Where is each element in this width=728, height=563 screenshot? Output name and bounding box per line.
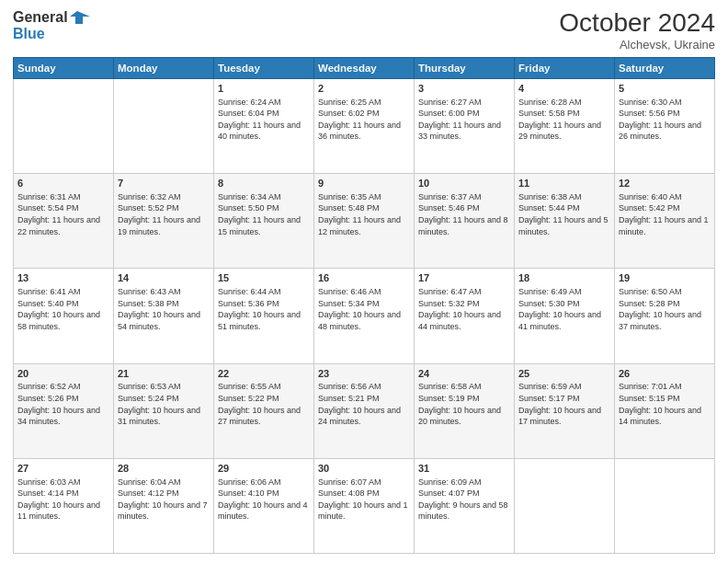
cell-content: Sunrise: 6:04 AM Sunset: 4:12 PM Dayligh…: [118, 477, 210, 523]
day-number: 17: [418, 271, 510, 285]
day-number: 20: [17, 367, 109, 381]
day-number: 8: [218, 177, 310, 190]
cell-content: Sunrise: 6:27 AM Sunset: 6:00 PM Dayligh…: [418, 97, 510, 143]
day-number: 7: [118, 177, 210, 190]
subtitle: Alchevsk, Ukraine: [559, 38, 715, 52]
day-number: 31: [418, 462, 510, 476]
cal-cell: 4Sunrise: 6:28 AM Sunset: 5:58 PM Daylig…: [515, 78, 615, 173]
cal-cell: 16Sunrise: 6:46 AM Sunset: 5:34 PM Dayli…: [314, 269, 415, 363]
header: General Blue October 2024 Alchevsk, Ukra…: [13, 9, 715, 52]
day-header-monday: Monday: [114, 57, 214, 78]
cal-cell: 6Sunrise: 6:31 AM Sunset: 5:54 PM Daylig…: [14, 174, 114, 269]
week-row-3: 13Sunrise: 6:41 AM Sunset: 5:40 PM Dayli…: [14, 269, 715, 363]
cell-content: Sunrise: 6:49 AM Sunset: 5:30 PM Dayligh…: [518, 286, 610, 332]
day-number: 11: [518, 177, 610, 190]
cell-content: Sunrise: 6:07 AM Sunset: 4:08 PM Dayligh…: [318, 477, 410, 523]
day-number: 18: [518, 271, 610, 285]
cell-content: Sunrise: 6:37 AM Sunset: 5:46 PM Dayligh…: [418, 191, 510, 237]
day-number: 25: [518, 367, 610, 381]
cal-cell: 2Sunrise: 6:25 AM Sunset: 6:02 PM Daylig…: [314, 78, 415, 173]
cal-cell: 27Sunrise: 6:03 AM Sunset: 4:14 PM Dayli…: [14, 458, 114, 553]
cell-content: Sunrise: 6:50 AM Sunset: 5:28 PM Dayligh…: [619, 286, 711, 332]
logo-bird-icon: [70, 9, 90, 26]
calendar-table: SundayMondayTuesdayWednesdayThursdayFrid…: [13, 57, 715, 554]
cell-content: Sunrise: 6:32 AM Sunset: 5:52 PM Dayligh…: [118, 191, 210, 237]
cal-cell: 9Sunrise: 6:35 AM Sunset: 5:48 PM Daylig…: [314, 174, 415, 269]
cal-cell: 24Sunrise: 6:58 AM Sunset: 5:19 PM Dayli…: [415, 363, 515, 458]
header-row: SundayMondayTuesdayWednesdayThursdayFrid…: [14, 57, 715, 78]
day-number: 4: [518, 82, 610, 96]
cal-cell: 14Sunrise: 6:43 AM Sunset: 5:38 PM Dayli…: [114, 269, 214, 363]
week-row-5: 27Sunrise: 6:03 AM Sunset: 4:14 PM Dayli…: [14, 458, 715, 553]
day-number: 2: [318, 82, 410, 96]
day-number: 23: [318, 367, 410, 381]
cal-cell: 7Sunrise: 6:32 AM Sunset: 5:52 PM Daylig…: [114, 174, 214, 269]
svg-marker-0: [70, 11, 90, 24]
cal-cell: [14, 78, 114, 173]
cal-cell: [615, 458, 715, 553]
day-number: 28: [118, 462, 210, 476]
day-number: 13: [17, 271, 109, 285]
cal-cell: 22Sunrise: 6:55 AM Sunset: 5:22 PM Dayli…: [214, 363, 314, 458]
day-header-thursday: Thursday: [415, 57, 515, 78]
cell-content: Sunrise: 6:52 AM Sunset: 5:26 PM Dayligh…: [17, 381, 109, 427]
cal-cell: 11Sunrise: 6:38 AM Sunset: 5:44 PM Dayli…: [515, 174, 615, 269]
day-number: 14: [118, 271, 210, 285]
title-block: October 2024 Alchevsk, Ukraine: [559, 9, 715, 52]
day-number: 30: [318, 462, 410, 476]
day-number: 1: [218, 82, 310, 96]
cal-cell: 18Sunrise: 6:49 AM Sunset: 5:30 PM Dayli…: [515, 269, 615, 363]
cal-cell: [515, 458, 615, 553]
day-number: 12: [619, 177, 711, 190]
cal-cell: 12Sunrise: 6:40 AM Sunset: 5:42 PM Dayli…: [615, 174, 715, 269]
cell-content: Sunrise: 6:06 AM Sunset: 4:10 PM Dayligh…: [218, 477, 310, 523]
week-row-2: 6Sunrise: 6:31 AM Sunset: 5:54 PM Daylig…: [14, 174, 715, 269]
cal-cell: 26Sunrise: 7:01 AM Sunset: 5:15 PM Dayli…: [615, 363, 715, 458]
cell-content: Sunrise: 6:55 AM Sunset: 5:22 PM Dayligh…: [218, 381, 310, 427]
day-number: 22: [218, 367, 310, 381]
day-header-wednesday: Wednesday: [314, 57, 415, 78]
cell-content: Sunrise: 6:25 AM Sunset: 6:02 PM Dayligh…: [318, 97, 410, 143]
cell-content: Sunrise: 7:01 AM Sunset: 5:15 PM Dayligh…: [619, 381, 711, 427]
cal-cell: 3Sunrise: 6:27 AM Sunset: 6:00 PM Daylig…: [415, 78, 515, 173]
cell-content: Sunrise: 6:40 AM Sunset: 5:42 PM Dayligh…: [619, 191, 711, 237]
cal-cell: 17Sunrise: 6:47 AM Sunset: 5:32 PM Dayli…: [415, 269, 515, 363]
cal-cell: 10Sunrise: 6:37 AM Sunset: 5:46 PM Dayli…: [415, 174, 515, 269]
cal-cell: 29Sunrise: 6:06 AM Sunset: 4:10 PM Dayli…: [214, 458, 314, 553]
day-header-tuesday: Tuesday: [214, 57, 314, 78]
cal-cell: 8Sunrise: 6:34 AM Sunset: 5:50 PM Daylig…: [214, 174, 314, 269]
cell-content: Sunrise: 6:09 AM Sunset: 4:07 PM Dayligh…: [418, 477, 510, 523]
cal-cell: 19Sunrise: 6:50 AM Sunset: 5:28 PM Dayli…: [615, 269, 715, 363]
cal-cell: 21Sunrise: 6:53 AM Sunset: 5:24 PM Dayli…: [114, 363, 214, 458]
day-number: 15: [218, 271, 310, 285]
cell-content: Sunrise: 6:53 AM Sunset: 5:24 PM Dayligh…: [118, 381, 210, 427]
day-number: 5: [619, 82, 711, 96]
cell-content: Sunrise: 6:28 AM Sunset: 5:58 PM Dayligh…: [518, 97, 610, 143]
day-header-sunday: Sunday: [14, 57, 114, 78]
cal-cell: 28Sunrise: 6:04 AM Sunset: 4:12 PM Dayli…: [114, 458, 214, 553]
cal-cell: 20Sunrise: 6:52 AM Sunset: 5:26 PM Dayli…: [14, 363, 114, 458]
day-header-friday: Friday: [515, 57, 615, 78]
cell-content: Sunrise: 6:58 AM Sunset: 5:19 PM Dayligh…: [418, 381, 510, 427]
cell-content: Sunrise: 6:46 AM Sunset: 5:34 PM Dayligh…: [318, 286, 410, 332]
day-number: 6: [17, 177, 109, 190]
cal-cell: 15Sunrise: 6:44 AM Sunset: 5:36 PM Dayli…: [214, 269, 314, 363]
cell-content: Sunrise: 6:56 AM Sunset: 5:21 PM Dayligh…: [318, 381, 410, 427]
cell-content: Sunrise: 6:41 AM Sunset: 5:40 PM Dayligh…: [17, 286, 109, 332]
day-number: 3: [418, 82, 510, 96]
cal-cell: [114, 78, 214, 173]
cell-content: Sunrise: 6:35 AM Sunset: 5:48 PM Dayligh…: [318, 191, 410, 237]
cell-content: Sunrise: 6:43 AM Sunset: 5:38 PM Dayligh…: [118, 286, 210, 332]
day-number: 10: [418, 177, 510, 190]
day-number: 29: [218, 462, 310, 476]
day-number: 21: [118, 367, 210, 381]
cal-cell: 1Sunrise: 6:24 AM Sunset: 6:04 PM Daylig…: [214, 78, 314, 173]
cell-content: Sunrise: 6:34 AM Sunset: 5:50 PM Dayligh…: [218, 191, 310, 237]
cell-content: Sunrise: 6:38 AM Sunset: 5:44 PM Dayligh…: [518, 191, 610, 237]
day-number: 26: [619, 367, 711, 381]
logo-blue: Blue: [13, 26, 45, 42]
cell-content: Sunrise: 6:47 AM Sunset: 5:32 PM Dayligh…: [418, 286, 510, 332]
month-title: October 2024: [559, 9, 715, 38]
day-number: 16: [318, 271, 410, 285]
logo: General Blue: [13, 9, 90, 42]
